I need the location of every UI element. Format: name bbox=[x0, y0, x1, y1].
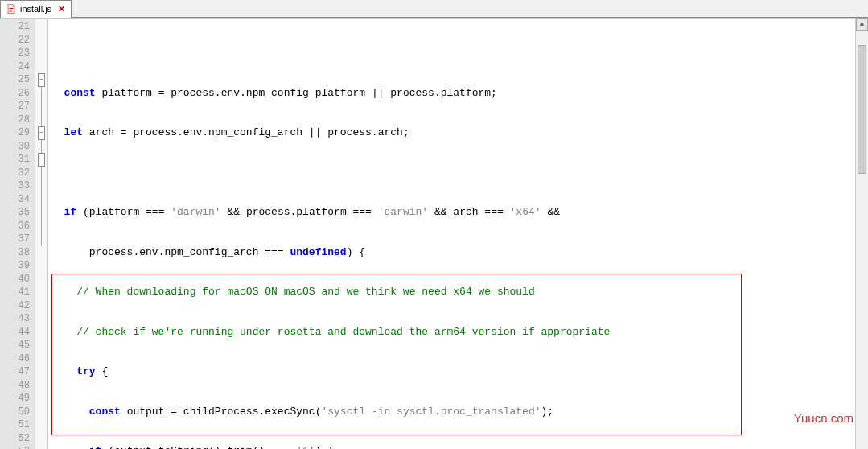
fold-cell bbox=[35, 113, 47, 127]
line-number: 50 bbox=[0, 406, 35, 419]
fold-cell: − bbox=[35, 73, 47, 87]
fold-cell: − bbox=[35, 126, 47, 140]
fold-cell bbox=[35, 312, 47, 326]
fold-guide bbox=[41, 113, 42, 127]
fold-cell bbox=[35, 432, 47, 446]
tab-label: install.js bbox=[20, 4, 51, 14]
line-number: 41 bbox=[0, 286, 35, 299]
line-number: 25 bbox=[0, 73, 35, 87]
fold-cell bbox=[35, 352, 47, 366]
code-line: if (platform === 'darwin' && process.pla… bbox=[51, 206, 868, 220]
fold-cell bbox=[35, 167, 47, 180]
fold-cell bbox=[35, 273, 47, 286]
fold-cell bbox=[35, 299, 47, 313]
line-number: 46 bbox=[0, 352, 35, 366]
fold-cell bbox=[35, 326, 47, 340]
line-number: 33 bbox=[0, 179, 35, 193]
fold-cell bbox=[35, 34, 47, 47]
file-icon bbox=[6, 3, 17, 14]
fold-cell bbox=[35, 100, 47, 113]
line-number: 49 bbox=[0, 392, 35, 406]
fold-minus-icon[interactable]: − bbox=[38, 126, 45, 140]
fold-guide bbox=[41, 233, 42, 246]
fold-cell bbox=[35, 193, 47, 207]
line-number-gutter: 2122232425262728293031323334353637383940… bbox=[0, 19, 35, 449]
fold-minus-icon[interactable]: − bbox=[38, 73, 45, 87]
fold-guide bbox=[41, 167, 42, 180]
line-number: 37 bbox=[0, 233, 35, 246]
code-line: // When downloading for macOS ON macOS a… bbox=[51, 286, 868, 299]
fold-cell bbox=[35, 246, 47, 260]
line-number: 39 bbox=[0, 259, 35, 273]
line-number: 52 bbox=[0, 432, 35, 446]
line-number: 43 bbox=[0, 312, 35, 326]
tab-bar: install.js ✕ bbox=[0, 0, 868, 18]
code-area[interactable]: const platform = process.env.npm_config_… bbox=[48, 19, 868, 449]
line-number: 28 bbox=[0, 113, 35, 127]
scrollbar-thumb[interactable] bbox=[858, 45, 866, 174]
svg-rect-0 bbox=[9, 8, 13, 9]
fold-guide bbox=[41, 179, 42, 193]
scroll-up-button[interactable]: ▲ bbox=[856, 18, 868, 31]
line-number: 36 bbox=[0, 220, 35, 233]
fold-cell bbox=[35, 206, 47, 220]
line-number: 38 bbox=[0, 246, 35, 260]
code-line: const platform = process.env.npm_config_… bbox=[51, 87, 868, 101]
line-number: 21 bbox=[0, 20, 35, 34]
fold-guide bbox=[41, 193, 42, 207]
code-line: const output = childProcess.execSync('sy… bbox=[51, 406, 868, 419]
code-line: let arch = process.env.npm_config_arch |… bbox=[51, 126, 868, 140]
line-number: 35 bbox=[0, 206, 35, 220]
vertical-scrollbar[interactable]: ▲ bbox=[855, 18, 868, 449]
watermark: Yuucn.com bbox=[794, 412, 854, 426]
fold-cell bbox=[35, 379, 47, 393]
line-number: 23 bbox=[0, 47, 35, 60]
svg-rect-1 bbox=[9, 10, 13, 10]
line-number: 34 bbox=[0, 193, 35, 207]
fold-cell bbox=[35, 60, 47, 74]
line-number: 22 bbox=[0, 34, 35, 47]
fold-cell bbox=[35, 418, 47, 432]
line-number: 51 bbox=[0, 418, 35, 432]
fold-cell bbox=[35, 406, 47, 419]
line-number: 48 bbox=[0, 379, 35, 393]
code-line: // check if we're running under rosetta … bbox=[51, 326, 868, 340]
fold-cell bbox=[35, 220, 47, 233]
code-line bbox=[51, 167, 868, 180]
fold-margin: −−− bbox=[35, 19, 48, 449]
line-number: 42 bbox=[0, 299, 35, 313]
fold-guide bbox=[41, 206, 42, 220]
line-number: 44 bbox=[0, 326, 35, 340]
code-line: process.env.npm_config_arch === undefine… bbox=[51, 246, 868, 260]
line-number: 30 bbox=[0, 140, 35, 154]
fold-guide bbox=[41, 220, 42, 233]
fold-guide bbox=[41, 87, 42, 101]
file-tab[interactable]: install.js ✕ bbox=[0, 0, 72, 18]
fold-guide bbox=[41, 140, 42, 154]
code-line: if (output.toString().trim() === '1') { bbox=[51, 445, 868, 449]
fold-cell bbox=[35, 87, 47, 101]
line-number: 27 bbox=[0, 100, 35, 113]
fold-cell bbox=[35, 392, 47, 406]
fold-cell bbox=[35, 140, 47, 154]
line-number: 26 bbox=[0, 87, 35, 101]
fold-minus-icon[interactable]: − bbox=[38, 153, 45, 167]
line-number: 32 bbox=[0, 167, 35, 180]
fold-guide bbox=[41, 100, 42, 113]
fold-cell bbox=[35, 259, 47, 273]
fold-cell bbox=[35, 365, 47, 379]
fold-cell: − bbox=[35, 153, 47, 167]
fold-cell bbox=[35, 445, 47, 449]
line-number: 24 bbox=[0, 60, 35, 74]
close-icon[interactable]: ✕ bbox=[56, 4, 66, 14]
line-number: 29 bbox=[0, 126, 35, 140]
fold-cell bbox=[35, 20, 47, 34]
line-number: 53 bbox=[0, 445, 35, 449]
line-number: 40 bbox=[0, 273, 35, 286]
fold-cell bbox=[35, 339, 47, 352]
line-number: 47 bbox=[0, 365, 35, 379]
fold-cell bbox=[35, 233, 47, 246]
fold-cell bbox=[35, 286, 47, 299]
fold-cell bbox=[35, 47, 47, 60]
code-line bbox=[51, 47, 868, 60]
